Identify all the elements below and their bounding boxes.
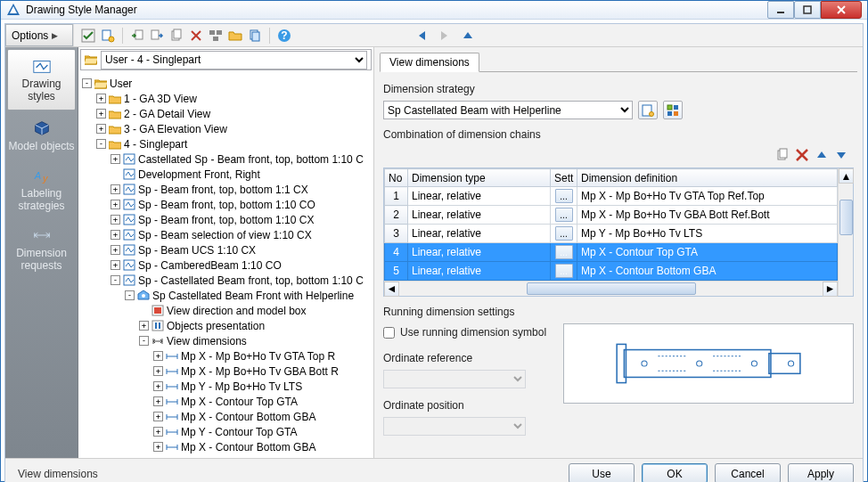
cancel-button[interactable]: Cancel [715, 463, 781, 482]
expand-icon[interactable]: + [153, 412, 163, 421]
tree-node[interactable]: -User [78, 76, 372, 91]
tree-node[interactable]: +Mp Y - Mp Bo+Ho Tv LTS [78, 379, 372, 394]
use-button[interactable]: Use [569, 463, 635, 482]
table-row[interactable]: 1Linear, relative...Mp X - Mp Bo+Ho Tv G… [385, 187, 838, 206]
tree-node[interactable]: +Sp - CamberedBeam 1:10 CO [78, 257, 372, 273]
expand-icon[interactable]: + [153, 427, 163, 437]
expand-icon[interactable]: + [111, 230, 120, 240]
collapse-icon[interactable]: - [139, 336, 149, 346]
sidebar-item-drawing-styles[interactable]: Drawing styles [7, 49, 76, 110]
tree-node[interactable]: +Mp X - Contour Top GTA [78, 394, 372, 409]
table-row[interactable]: 3Linear, relative...Mp Y - Mp Bo+Ho Tv L… [385, 225, 838, 243]
options-button[interactable]: Options ▶ [5, 24, 73, 46]
table-row[interactable]: 5Linear, relative...Mp X - Contour Botto… [385, 262, 838, 281]
apply-button[interactable]: Apply [788, 463, 854, 482]
expand-icon[interactable]: + [111, 200, 120, 209]
expand-icon[interactable]: + [96, 109, 106, 118]
use-running-checkbox[interactable] [383, 327, 395, 339]
collapse-icon[interactable]: - [96, 139, 106, 149]
expand-icon[interactable]: + [139, 321, 149, 331]
row-settings-button[interactable]: ... [555, 245, 573, 259]
tree-node[interactable]: -Sp - Castellated Beam front, top, botto… [78, 273, 372, 288]
close-button[interactable] [821, 1, 862, 19]
expand-icon[interactable]: + [111, 184, 120, 194]
collapse-icon[interactable]: - [82, 78, 92, 88]
strategy-select[interactable]: Sp Castellated Beam with Helperline [383, 101, 633, 119]
scroll-up-icon[interactable]: ▲ [839, 168, 854, 184]
cell-type[interactable]: Linear, relative [408, 243, 551, 262]
tree-node[interactable]: Development Front, Right [78, 167, 372, 182]
tree-node[interactable]: +Sp - Beam UCS 1:10 CX [78, 242, 372, 257]
tree-node[interactable]: +Castellated Sp - Beam front, top, botto… [78, 151, 372, 167]
table-vscroll[interactable]: ▲ [838, 168, 853, 296]
th-set[interactable]: Sett [551, 169, 577, 187]
cell-type[interactable]: Linear, relative [408, 187, 551, 206]
cell-def[interactable]: Mp Y - Mp Bo+Ho Tv LTS [577, 225, 838, 243]
tree-node[interactable]: +3 - GA Elevation View [78, 121, 372, 136]
cell-def[interactable]: Mp X - Mp Bo+Ho Tv GTA Top Ref.Top [577, 187, 838, 206]
delete-row-icon[interactable] [795, 148, 809, 162]
expand-icon[interactable]: + [111, 215, 120, 225]
maximize-button[interactable] [794, 1, 821, 19]
expand-icon[interactable]: + [153, 396, 163, 406]
sidebar-item-dimension-requests[interactable]: Dimension requests [5, 219, 78, 279]
strategy-tool-button[interactable] [663, 101, 683, 119]
expand-icon[interactable]: + [153, 381, 163, 391]
tree-node[interactable]: +Mp X - Contour Bottom GBA [78, 409, 372, 424]
expand-icon[interactable]: + [111, 154, 120, 164]
tree-node[interactable]: +Mp X - Mp Bo+Ho Tv GBA Bott R [78, 364, 372, 379]
th-type[interactable]: Dimension type [408, 169, 551, 187]
tree-node[interactable]: -Sp Castellated Beam Front with Helperli… [78, 288, 372, 303]
import-icon[interactable] [130, 29, 144, 43]
back-icon[interactable] [414, 29, 429, 43]
row-settings-button[interactable]: ... [555, 264, 573, 278]
cell-def[interactable]: Mp X - Mp Bo+Ho Tv GBA Bott Ref.Bott [577, 206, 838, 225]
expand-icon[interactable]: + [111, 260, 120, 270]
sidebar-item-labeling[interactable]: Ay Labeling strategies [5, 159, 78, 219]
th-no[interactable]: No [385, 169, 408, 187]
ok-button[interactable]: OK [642, 463, 708, 482]
cell-def[interactable]: Mp X - Contour Bottom GBA [577, 262, 838, 281]
cell-def[interactable]: Mp X - Contour Top GTA [577, 243, 838, 262]
tree-node[interactable]: -4 - Singlepart [78, 136, 372, 151]
tree-node[interactable]: +Objects presentation [78, 318, 372, 333]
tree-node[interactable]: +Mp X - Mp Bo+Ho Tv GTA Top R [78, 348, 372, 364]
tree-node[interactable]: +2 - GA Detail View [78, 106, 372, 121]
expand-icon[interactable]: + [153, 366, 163, 376]
collapse-icon[interactable]: - [125, 290, 135, 300]
delete-icon[interactable] [189, 29, 203, 43]
row-settings-button[interactable]: ... [555, 189, 573, 203]
export-icon[interactable] [150, 29, 164, 43]
dimension-table[interactable]: No Dimension type Sett Dimension definit… [384, 168, 838, 281]
up-icon[interactable] [461, 29, 475, 43]
th-def[interactable]: Dimension definition [577, 169, 838, 187]
table-row[interactable]: 4Linear, relative...Mp X - Contour Top G… [385, 243, 838, 262]
row-settings-button[interactable]: ... [555, 226, 573, 241]
tab-view-dimensions[interactable]: View dimensions [380, 53, 479, 72]
path-select[interactable]: User - 4 - Singlepart [101, 51, 367, 69]
scroll-right-icon[interactable]: ► [823, 282, 838, 297]
tree-node[interactable]: +Sp - Beam selection of view 1:10 CX [78, 227, 372, 242]
path-bar[interactable]: User - 4 - Singlepart [80, 49, 372, 70]
expand-icon[interactable]: + [96, 124, 106, 134]
expand-icon[interactable]: + [153, 351, 163, 361]
check-icon[interactable] [81, 29, 95, 43]
sidebar-item-model-objects[interactable]: Model objects [5, 112, 78, 159]
table-hscroll[interactable]: ◄ ► [384, 281, 838, 296]
move-up-icon[interactable] [815, 148, 829, 162]
scroll-left-icon[interactable]: ◄ [384, 282, 399, 297]
cell-type[interactable]: Linear, relative [408, 206, 551, 225]
new-style-icon[interactable] [101, 29, 115, 43]
tree-node[interactable]: +1 - GA 3D View [78, 91, 372, 106]
cell-type[interactable]: Linear, relative [408, 262, 551, 281]
collapse-icon[interactable]: - [111, 275, 120, 285]
tree-node[interactable]: View direction and model box [78, 303, 372, 318]
help-icon[interactable]: ? [277, 29, 291, 43]
tree-node[interactable]: +Sp - Beam front, top, bottom 1:10 CO [78, 197, 372, 212]
forward-icon[interactable] [438, 29, 452, 43]
tree-node[interactable]: +Sp - Beam front, top, bottom 1:10 CX [78, 212, 372, 227]
tree-node[interactable]: +Mp X - Contour Bottom GBA [78, 439, 372, 454]
tree-node[interactable]: +Mp Y - Contour Top GTA [78, 424, 372, 439]
group-icon[interactable] [209, 29, 223, 43]
expand-icon[interactable]: + [111, 245, 120, 255]
